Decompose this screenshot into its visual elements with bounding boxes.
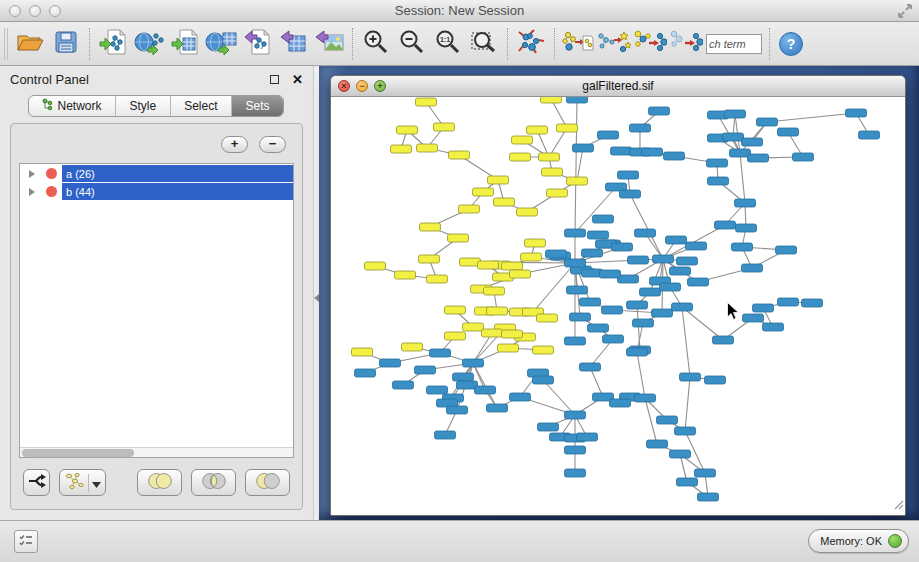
import-table-from-web-button[interactable]: [203, 26, 239, 62]
network-close-button[interactable]: ×: [338, 80, 350, 92]
control-panel: Control Panel ✕ Network Style Select Set…: [0, 66, 313, 520]
open-file-button[interactable]: [12, 26, 48, 62]
new-network-selected-nodes-all-edges-button[interactable]: [632, 26, 668, 62]
float-panel-icon[interactable]: [270, 75, 279, 84]
tab-sets-label: Sets: [246, 99, 270, 113]
yellow-network-icon: [65, 472, 85, 494]
memory-status-button[interactable]: Memory: OK: [808, 529, 909, 553]
tab-select-label: Select: [184, 99, 217, 113]
selected-nodes-selected-edges-icon: [669, 28, 703, 60]
union-sets-button[interactable]: [137, 469, 182, 496]
control-panel-tabs: Network Style Select Sets: [28, 95, 284, 117]
disclosure-triangle-icon[interactable]: [29, 170, 35, 178]
set-color-dot-icon: [46, 168, 57, 179]
set-label[interactable]: a (26): [62, 165, 293, 182]
import-network-file-icon: [99, 29, 127, 59]
toolbar-drag-handle[interactable]: [4, 28, 8, 60]
export-network-button[interactable]: [239, 26, 275, 62]
network-view-window[interactable]: × − + galFiltered.sif: [330, 75, 906, 516]
export-table-icon: [279, 29, 307, 59]
export-table-button[interactable]: [275, 26, 311, 62]
tab-sets[interactable]: Sets: [232, 96, 283, 116]
zoom-selected-icon: [470, 29, 498, 59]
control-panel-title: Control Panel: [10, 72, 89, 87]
horizontal-scrollbar[interactable]: [20, 447, 293, 457]
close-window-button[interactable]: [9, 5, 21, 17]
dropdown-arrow-icon[interactable]: [92, 474, 101, 492]
add-set-button[interactable]: +: [221, 136, 248, 153]
save-session-button[interactable]: [48, 26, 84, 62]
list-item[interactable]: a (26): [20, 165, 293, 182]
toolbar-separator: [554, 28, 555, 60]
tab-select[interactable]: Select: [171, 96, 232, 116]
network-maximize-button[interactable]: +: [374, 80, 386, 92]
venn-union-icon: [144, 471, 176, 495]
layout-icon: [516, 28, 546, 60]
checklist-icon: [19, 533, 33, 551]
zoom-out-button[interactable]: [394, 26, 430, 62]
selected-nodes-all-edges-icon: [633, 28, 667, 60]
new-network-from-selection-icon: [562, 28, 594, 60]
resize-grip-icon[interactable]: [891, 496, 904, 514]
set-color-dot-icon: [46, 186, 57, 197]
network-canvas[interactable]: [331, 97, 905, 515]
main-toolbar: 1:1 ?: [0, 22, 919, 66]
tab-network-label: Network: [57, 99, 101, 113]
scrollbar-thumb[interactable]: [22, 449, 134, 457]
zoom-fit-button[interactable]: 1:1: [430, 26, 466, 62]
help-button[interactable]: ?: [779, 32, 803, 56]
memory-label: Memory: OK: [820, 535, 882, 547]
network-minimize-button[interactable]: −: [356, 80, 368, 92]
help-question-icon: ?: [787, 36, 796, 52]
set-label[interactable]: b (44): [62, 183, 293, 200]
network-tree-icon: [42, 98, 53, 114]
create-set-from-network-button[interactable]: [59, 469, 106, 496]
disclosure-triangle-icon[interactable]: [29, 188, 35, 196]
export-network-icon: [243, 29, 271, 59]
import-network-from-web-button[interactable]: [131, 26, 167, 62]
apply-preferred-layout-button[interactable]: [513, 26, 549, 62]
mouse-cursor-icon: [727, 302, 740, 325]
search-input[interactable]: [706, 34, 762, 54]
export-image-button[interactable]: [311, 26, 347, 62]
split-set-button[interactable]: [23, 469, 50, 496]
task-history-button[interactable]: [14, 530, 38, 553]
minimize-window-button[interactable]: [29, 5, 41, 17]
app-title: Session: New Session: [0, 3, 919, 18]
status-bar: Memory: OK: [0, 520, 919, 562]
toolbar-separator: [769, 28, 770, 60]
tab-style-label: Style: [129, 99, 156, 113]
network-window-titlebar[interactable]: × − + galFiltered.sif: [331, 76, 905, 97]
difference-sets-button[interactable]: [245, 469, 290, 496]
split-arrow-icon: [27, 472, 47, 494]
control-panel-header: Control Panel ✕: [0, 66, 313, 93]
zoom-in-icon: [363, 29, 389, 59]
tab-network[interactable]: Network: [29, 96, 116, 116]
window-controls: [9, 5, 61, 17]
new-network-selected-nodes-selected-edges-button[interactable]: [668, 26, 704, 62]
intersect-sets-button[interactable]: [191, 469, 236, 496]
zoom-selected-region-button[interactable]: [466, 26, 502, 62]
zoom-in-button[interactable]: [358, 26, 394, 62]
svg-text:1:1: 1:1: [440, 36, 450, 43]
new-network-from-selection-button[interactable]: [560, 26, 596, 62]
import-table-from-file-button[interactable]: [167, 26, 203, 62]
remove-set-button[interactable]: −: [259, 136, 286, 153]
zoom-window-button[interactable]: [49, 5, 61, 17]
venn-buttons: [137, 469, 290, 496]
open-folder-icon: [17, 31, 44, 57]
list-item[interactable]: b (44): [20, 183, 293, 200]
app-titlebar: Session: New Session: [0, 0, 919, 22]
close-panel-icon[interactable]: ✕: [292, 73, 303, 86]
main-area: Control Panel ✕ Network Style Select Set…: [0, 66, 919, 520]
tab-style[interactable]: Style: [116, 96, 171, 116]
import-table-file-icon: [171, 29, 199, 59]
export-image-icon: [314, 29, 344, 59]
import-network-from-file-button[interactable]: [95, 26, 131, 62]
select-first-neighbors-button[interactable]: [596, 26, 632, 62]
fullscreen-icon[interactable]: [897, 3, 913, 23]
sets-panel: + − a (26) b (44): [10, 123, 303, 510]
sets-list: a (26) b (44): [19, 163, 294, 458]
network-graph[interactable]: [331, 97, 905, 515]
save-floppy-icon: [55, 31, 77, 57]
